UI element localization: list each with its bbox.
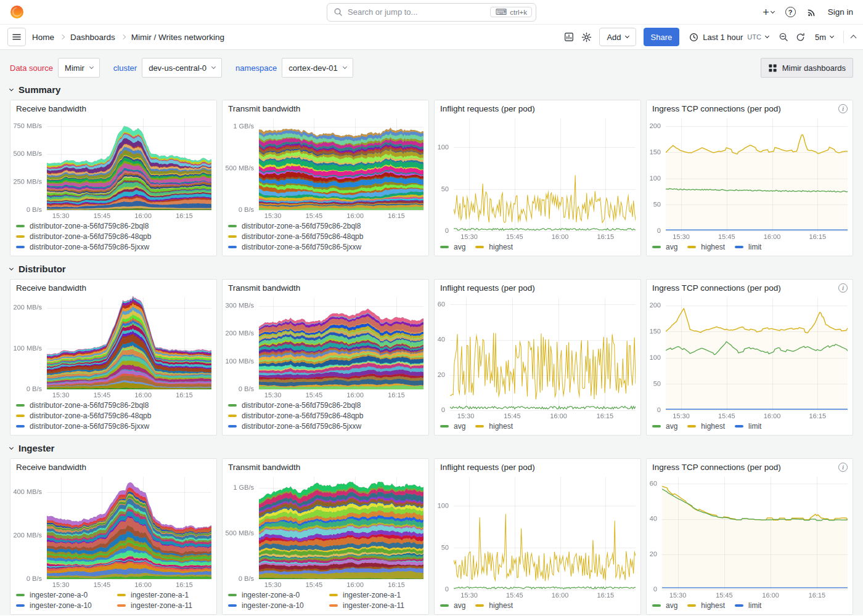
info-icon[interactable]: i bbox=[838, 104, 848, 113]
new-button[interactable]: + bbox=[763, 7, 774, 18]
panel-title[interactable]: Transmit bandwidth bbox=[228, 283, 300, 293]
news-button[interactable] bbox=[807, 7, 817, 17]
chart-area[interactable] bbox=[10, 472, 216, 590]
share-button[interactable]: Share bbox=[644, 28, 680, 46]
collapse-toolbar-button[interactable] bbox=[851, 34, 856, 40]
help-button[interactable]: ? bbox=[785, 7, 796, 17]
chart-area[interactable] bbox=[647, 114, 853, 241]
legend-item[interactable]: limit bbox=[735, 243, 761, 251]
legend-item[interactable]: distributor-zone-a-56fd759c86-2bql8 bbox=[228, 401, 423, 410]
panel-title[interactable]: Ingress TCP connections (per pod) bbox=[652, 463, 781, 472]
search-input[interactable]: Search or jump to... ⌨ ctrl+k bbox=[327, 3, 536, 22]
section-header[interactable]: Ingester bbox=[10, 443, 853, 453]
legend-item[interactable]: ingester-zone-a-0 bbox=[16, 591, 107, 599]
chart-canvas[interactable] bbox=[223, 472, 428, 590]
namespace-picker[interactable]: cortex-dev-01 bbox=[282, 58, 353, 78]
section-header[interactable]: Distributor bbox=[10, 264, 853, 274]
chart-area[interactable] bbox=[223, 114, 428, 221]
legend-item[interactable]: avg bbox=[652, 243, 677, 251]
panel-title[interactable]: Receive bandwidth bbox=[16, 104, 86, 113]
legend-item[interactable]: highest bbox=[475, 422, 513, 431]
chart-area[interactable] bbox=[223, 472, 428, 590]
panel-title[interactable]: Receive bandwidth bbox=[16, 463, 86, 472]
panel-title[interactable]: Ingress TCP connections (per pod) bbox=[652, 104, 781, 113]
chart-area[interactable] bbox=[647, 293, 853, 421]
chart-canvas[interactable] bbox=[647, 114, 853, 241]
legend-item[interactable]: highest bbox=[475, 243, 513, 251]
chart-area[interactable] bbox=[10, 114, 216, 221]
cluster-picker[interactable]: dev-us-central-0 bbox=[142, 58, 222, 78]
legend-item[interactable]: ingester-zone-a-10 bbox=[228, 601, 319, 610]
chart-canvas[interactable] bbox=[647, 472, 853, 600]
refresh-interval-dropdown[interactable]: 5m bbox=[812, 28, 836, 46]
panel-title[interactable]: Transmit bandwidth bbox=[228, 463, 300, 472]
chart-area[interactable] bbox=[435, 114, 640, 241]
legend-item[interactable]: ingester-zone-a-1 bbox=[329, 591, 420, 599]
legend-item[interactable]: ingester-zone-a-11 bbox=[329, 601, 420, 610]
mimir-dashboards-button[interactable]: Mimir dashboards bbox=[761, 58, 853, 78]
zoom-out-icon bbox=[779, 32, 788, 42]
panel-title[interactable]: Receive bandwidth bbox=[16, 283, 86, 293]
legend-item[interactable]: avg bbox=[440, 422, 465, 431]
panel-title[interactable]: Inflight requests (per pod) bbox=[440, 283, 535, 293]
panel-title[interactable]: Ingress TCP connections (per pod) bbox=[652, 283, 781, 293]
legend-item[interactable]: distributor-zone-a-56fd759c86-2bql8 bbox=[16, 222, 211, 230]
panel-title[interactable]: Transmit bandwidth bbox=[228, 104, 300, 113]
chart-area[interactable] bbox=[435, 293, 640, 421]
chart-area[interactable] bbox=[647, 472, 853, 600]
legend-item[interactable]: distributor-zone-a-56fd759c86-5jxxw bbox=[228, 243, 423, 251]
legend-item[interactable]: distributor-zone-a-56fd759c86-48qpb bbox=[16, 411, 211, 420]
panel-title[interactable]: Inflight requests (per pod) bbox=[440, 104, 535, 113]
chart-canvas[interactable] bbox=[10, 114, 216, 221]
legend-item[interactable]: distributor-zone-a-56fd759c86-5jxxw bbox=[228, 422, 423, 431]
legend-item[interactable]: highest bbox=[687, 601, 725, 610]
chart-canvas[interactable] bbox=[10, 293, 216, 400]
legend-item[interactable]: distributor-zone-a-56fd759c86-48qpb bbox=[228, 411, 423, 420]
legend-item[interactable]: limit bbox=[735, 422, 761, 431]
menu-button[interactable] bbox=[7, 28, 26, 46]
legend-item[interactable]: avg bbox=[440, 601, 465, 610]
chart-area[interactable] bbox=[10, 293, 216, 400]
legend-item[interactable]: ingester-zone-a-1 bbox=[117, 591, 208, 599]
legend-item[interactable]: avg bbox=[652, 601, 677, 610]
legend-item[interactable]: avg bbox=[652, 422, 677, 431]
chart-canvas[interactable] bbox=[435, 114, 640, 241]
chart-canvas[interactable] bbox=[647, 293, 853, 421]
legend-item[interactable]: distributor-zone-a-56fd759c86-48qpb bbox=[228, 232, 423, 241]
legend-item[interactable]: limit bbox=[735, 601, 761, 610]
legend-item[interactable]: highest bbox=[687, 422, 725, 431]
section-header[interactable]: Summary bbox=[10, 84, 853, 95]
chart-area[interactable] bbox=[435, 472, 640, 600]
legend-item[interactable]: distributor-zone-a-56fd759c86-5jxxw bbox=[16, 243, 211, 251]
chart-canvas[interactable] bbox=[435, 472, 640, 600]
legend-item[interactable]: distributor-zone-a-56fd759c86-48qpb bbox=[16, 232, 211, 241]
legend-item[interactable]: distributor-zone-a-56fd759c86-2bql8 bbox=[16, 401, 211, 410]
legend-item[interactable]: ingester-zone-a-10 bbox=[16, 601, 107, 610]
chart-canvas[interactable] bbox=[10, 472, 216, 590]
legend-item[interactable]: avg bbox=[440, 243, 465, 251]
datasource-picker[interactable]: Mimir bbox=[58, 58, 100, 78]
breadcrumb-dashboards[interactable]: Dashboards bbox=[70, 33, 115, 42]
analytics-button[interactable] bbox=[564, 32, 574, 42]
chart-canvas[interactable] bbox=[435, 293, 640, 421]
legend-item[interactable]: highest bbox=[687, 243, 725, 251]
add-button[interactable]: Add bbox=[599, 28, 636, 46]
legend-item[interactable]: highest bbox=[475, 601, 513, 610]
legend-item[interactable]: distributor-zone-a-56fd759c86-2bql8 bbox=[228, 222, 423, 230]
info-icon[interactable]: i bbox=[838, 463, 848, 472]
zoom-out-button[interactable] bbox=[779, 32, 788, 42]
legend-item[interactable]: distributor-zone-a-56fd759c86-5jxxw bbox=[16, 422, 211, 431]
info-icon[interactable]: i bbox=[838, 283, 848, 293]
time-range-picker[interactable]: Last 1 hour UTC bbox=[687, 28, 771, 46]
breadcrumb-home[interactable]: Home bbox=[32, 33, 54, 42]
refresh-button[interactable] bbox=[796, 33, 805, 42]
legend-item[interactable]: ingester-zone-a-11 bbox=[117, 601, 208, 610]
chart-canvas[interactable] bbox=[223, 293, 428, 400]
chart-canvas[interactable] bbox=[223, 114, 428, 221]
grafana-logo[interactable] bbox=[10, 5, 24, 19]
chart-area[interactable] bbox=[223, 293, 428, 400]
legend-item[interactable]: ingester-zone-a-0 bbox=[228, 591, 319, 599]
sign-in-link[interactable]: Sign in bbox=[828, 7, 853, 17]
panel-title[interactable]: Inflight requests (per pod) bbox=[440, 463, 535, 472]
settings-button[interactable] bbox=[581, 32, 592, 43]
